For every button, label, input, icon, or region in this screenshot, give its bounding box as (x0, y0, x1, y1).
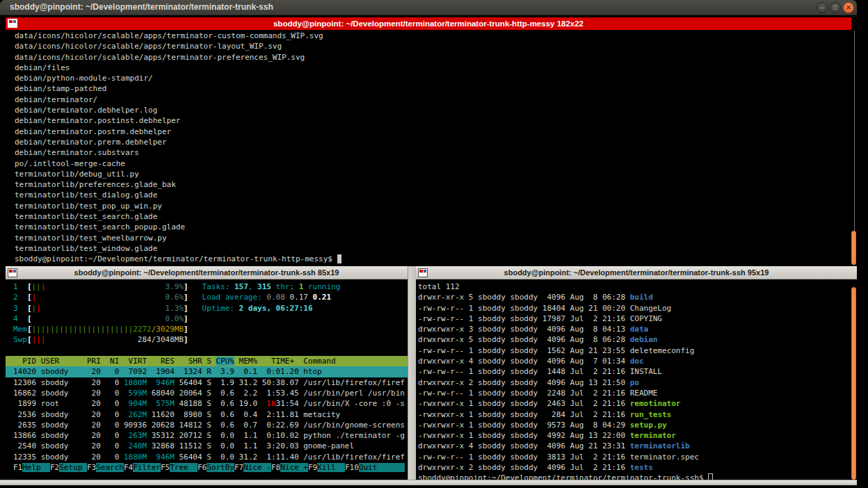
left-pane-title: sboddy@pinpoint: ~/Development/terminato… (74, 268, 339, 277)
ls-terminal-output[interactable]: total 112drwxr-xr-x 5 sboddy sboddy 4096… (416, 282, 852, 480)
window-controls: – □ ✕ (817, 2, 854, 13)
screen: sboddy@pinpoint: ~/Development/terminato… (0, 0, 868, 488)
minimize-button[interactable]: – (817, 2, 828, 13)
window-bottom-edge[interactable] (0, 480, 857, 485)
htop-terminal-output[interactable]: 1 [||| 3.9%] Tasks: 157, 315 thr; 1 runn… (6, 282, 408, 480)
window-titlebar[interactable]: sboddy@pinpoint: ~/Development/terminato… (0, 0, 857, 15)
right-pane-titlebar[interactable]: sboddy@pinpoint: ~/Development/terminato… (416, 266, 857, 279)
right-scrollbar-thumb[interactable] (851, 287, 856, 480)
group-icon[interactable] (8, 19, 17, 28)
top-terminal-output[interactable]: data/icons/hicolor/scalable/apps/termina… (6, 31, 851, 266)
group-icon[interactable] (418, 268, 428, 277)
window-title: sboddy@pinpoint: ~/Development/terminato… (10, 2, 273, 12)
group-icon[interactable] (8, 268, 17, 277)
top-pane-title: sboddy@pinpoint: ~/Development/terminato… (273, 19, 584, 28)
terminator-window: sboddy@pinpoint: ~/Development/terminato… (0, 0, 857, 485)
top-pane-titlebar[interactable]: sboddy@pinpoint: ~/Development/terminato… (6, 17, 851, 30)
pane-splitter[interactable] (408, 266, 416, 480)
left-pane-titlebar[interactable]: sboddy@pinpoint: ~/Development/terminato… (6, 266, 408, 279)
maximize-button[interactable]: □ (830, 2, 841, 13)
top-scrollbar-thumb[interactable] (851, 231, 856, 265)
right-pane-title: sboddy@pinpoint: ~/Development/terminato… (504, 268, 769, 277)
close-button[interactable]: ✕ (843, 2, 854, 13)
